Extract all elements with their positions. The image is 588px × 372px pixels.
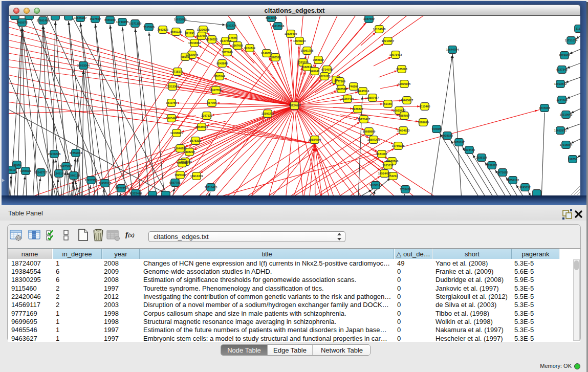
svg-text:13300273: 13300273	[262, 112, 274, 115]
svg-text:8813054: 8813054	[266, 16, 277, 19]
svg-text:39119: 39119	[9, 168, 16, 171]
svg-text:1112: 1112	[576, 27, 580, 30]
svg-text:1621022: 1621022	[319, 75, 330, 78]
svg-text:7955812: 7955812	[313, 58, 323, 61]
svg-text:2087682: 2087682	[363, 17, 374, 20]
svg-text:1244415: 1244415	[556, 98, 567, 101]
svg-text:1089695: 1089695	[418, 121, 428, 124]
svg-text:10688609: 10688609	[363, 130, 375, 133]
svg-text:15751074: 15751074	[565, 39, 578, 42]
svg-text:16914479: 16914479	[190, 174, 203, 178]
svg-text:8678332: 8678332	[190, 139, 201, 142]
svg-text:10958107: 10958107	[99, 182, 111, 185]
svg-text:8427552: 8427552	[210, 89, 221, 92]
svg-text:2803144: 2803144	[214, 75, 225, 78]
svg-text:15692971: 15692971	[554, 129, 567, 132]
svg-text:7357274: 7357274	[225, 24, 236, 27]
svg-text:1965493: 1965493	[166, 117, 177, 120]
svg-text:6479197: 6479197	[453, 141, 464, 144]
svg-text:12213967: 12213967	[382, 39, 394, 42]
svg-text:18245514: 18245514	[357, 90, 369, 93]
svg-text:8186323: 8186323	[206, 38, 217, 41]
svg-text:7515526: 7515526	[143, 26, 154, 29]
svg-text:16371355: 16371355	[129, 22, 141, 25]
svg-text:10973493: 10973493	[389, 53, 402, 56]
svg-text:6466160: 6466160	[104, 18, 115, 21]
svg-text:18807209: 18807209	[367, 138, 380, 141]
svg-text:10756928: 10756928	[392, 144, 404, 147]
svg-text:2718176: 2718176	[172, 70, 183, 73]
svg-text:20053346: 20053346	[77, 64, 90, 67]
svg-text:3215938: 3215938	[539, 106, 550, 110]
svg-text:891295: 891295	[185, 32, 194, 35]
svg-text:14136141: 14136141	[369, 184, 382, 187]
svg-text:8454749: 8454749	[244, 47, 255, 50]
svg-text:8938923: 8938923	[442, 134, 452, 137]
svg-text:9329906: 9329906	[559, 54, 570, 57]
svg-text:17957253: 17957253	[85, 179, 97, 182]
svg-text:12323446: 12323446	[129, 192, 142, 195]
svg-text:62160: 62160	[384, 102, 391, 105]
svg-text:1322015: 1322015	[297, 61, 308, 64]
svg-text:12505135: 12505135	[68, 174, 80, 177]
svg-text:20206536: 20206536	[48, 152, 60, 156]
svg-text:13226058: 13226058	[197, 28, 209, 31]
svg-text:990448: 990448	[310, 70, 319, 73]
svg-text:17016504: 17016504	[560, 143, 573, 146]
svg-text:17546: 17546	[229, 36, 236, 39]
svg-text:10719155: 10719155	[116, 20, 128, 24]
svg-text:7632621: 7632621	[486, 164, 497, 167]
svg-text:9115460: 9115460	[419, 105, 430, 108]
svg-text:8660128: 8660128	[170, 30, 181, 33]
svg-text:1405572: 1405572	[16, 21, 27, 24]
svg-text:116753: 116753	[568, 158, 577, 161]
svg-text:18640910: 18640910	[293, 39, 306, 42]
svg-text:10463627: 10463627	[401, 99, 413, 102]
svg-text:12093872: 12093872	[554, 82, 567, 85]
svg-text:16782759: 16782759	[115, 187, 127, 190]
svg-text:6497568: 6497568	[336, 87, 346, 91]
svg-text:9227342: 9227342	[556, 68, 567, 71]
svg-text:1809948: 1809948	[177, 162, 187, 165]
svg-text:9474444: 9474444	[464, 148, 475, 151]
svg-text:417006: 417006	[207, 101, 216, 104]
svg-text:12975165: 12975165	[398, 82, 410, 85]
svg-text:8471626: 8471626	[497, 171, 508, 174]
svg-text:1984957: 1984957	[399, 114, 409, 117]
svg-text:2367608: 2367608	[232, 44, 243, 47]
svg-text:13535594: 13535594	[195, 125, 208, 128]
svg-text:3875645: 3875645	[222, 51, 232, 54]
svg-text:15720407: 15720407	[358, 118, 370, 121]
svg-text:27691406: 27691406	[37, 19, 49, 22]
svg-text:1588520: 1588520	[270, 56, 280, 59]
svg-text:10210643: 10210643	[560, 113, 572, 116]
svg-text:19384554: 19384554	[309, 138, 321, 141]
svg-text:18724007: 18724007	[289, 104, 301, 107]
svg-text:16154808: 16154808	[373, 28, 385, 31]
svg-text:98901: 98901	[181, 55, 189, 58]
svg-text:16644784: 16644784	[446, 48, 459, 51]
svg-text:9857791: 9857791	[169, 181, 180, 184]
svg-text:10655287: 10655287	[74, 16, 86, 19]
svg-text:9384067: 9384067	[376, 152, 387, 156]
svg-text:114519: 114519	[54, 172, 63, 175]
svg-text:1733426: 1733426	[400, 188, 410, 191]
svg-text:9734078: 9734078	[321, 68, 332, 71]
svg-text:1156829: 1156829	[20, 169, 31, 172]
svg-text:10654112: 10654112	[507, 179, 519, 182]
svg-text:19654923: 19654923	[397, 129, 409, 132]
svg-text:10807487: 10807487	[366, 96, 379, 99]
svg-text:9127508: 9127508	[220, 39, 231, 42]
svg-text:17359934: 17359934	[70, 151, 82, 155]
svg-text:3267130: 3267130	[201, 114, 212, 117]
svg-text:7663822: 7663822	[157, 28, 168, 31]
svg-text:16961758: 16961758	[301, 49, 313, 52]
svg-text:12342737: 12342737	[35, 171, 47, 174]
svg-text:19166825: 19166825	[170, 132, 183, 135]
svg-text:9242848: 9242848	[216, 62, 227, 65]
svg-text:9127503: 9127503	[196, 34, 207, 37]
svg-text:15046798: 15046798	[174, 147, 186, 150]
svg-text:3498222: 3498222	[184, 150, 194, 154]
svg-text:12213363: 12213363	[166, 85, 179, 88]
svg-text:7625402: 7625402	[175, 173, 185, 177]
